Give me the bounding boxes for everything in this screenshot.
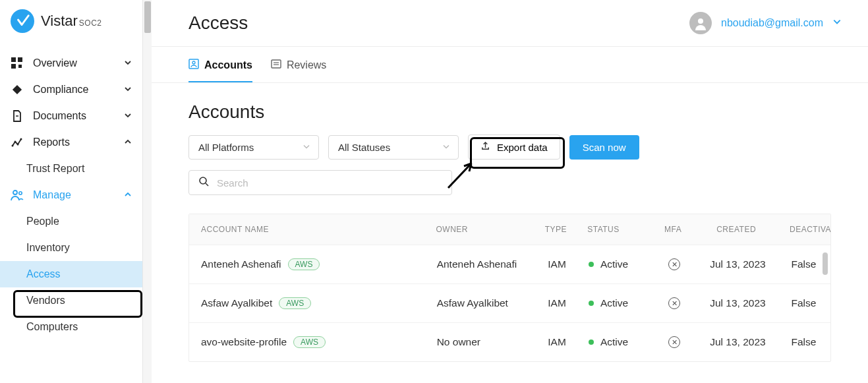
sidebar: VistarSOC2 Overview Compliance [0, 0, 142, 383]
cell-name: Anteneh AshenafiAWS [189, 258, 428, 270]
accounts-table: ACCOUNT NAME OWNER TYPE STATUS MFA CREAT… [188, 214, 831, 362]
sidebar-sub-trust-report[interactable]: Trust Report [0, 156, 142, 182]
svg-point-9 [17, 144, 19, 146]
cell-created: Jul 13, 2023 [693, 336, 782, 348]
chevron-down-icon [303, 142, 310, 153]
sidebar-sub-inventory[interactable]: Inventory [0, 235, 142, 261]
sidebar-nav: Overview Compliance Documents [0, 45, 142, 340]
brand-suffix: SOC2 [79, 18, 102, 28]
svg-rect-16 [272, 60, 281, 68]
scan-now-button[interactable]: Scan now [569, 135, 639, 160]
section-title: Accounts [188, 102, 831, 123]
sidebar-sub-access[interactable]: Access [0, 261, 142, 287]
svg-rect-2 [18, 57, 22, 62]
search-input[interactable] [217, 177, 442, 189]
avatar [689, 12, 712, 34]
table-row[interactable]: Asfaw AyalkibetAWSAsfaw AyalkibetIAMActi… [189, 283, 830, 322]
col-header-mfa[interactable]: MFA [654, 225, 692, 234]
sidebar-sub-label: Computers [26, 321, 78, 333]
sidebar-sub-vendors[interactable]: Vendors [0, 287, 142, 314]
col-header-type[interactable]: TYPE [534, 225, 579, 234]
table-scrollbar[interactable] [823, 252, 829, 359]
col-header-deactivated[interactable]: DEACTIVA [780, 225, 830, 234]
user-menu[interactable]: nboudiab@gmail.com [689, 12, 842, 34]
svg-rect-3 [11, 64, 16, 69]
brand-logo [11, 9, 34, 33]
cell-mfa: ✕ [655, 297, 693, 309]
status-filter[interactable]: All Statuses [328, 135, 459, 160]
platform-filter[interactable]: All Platforms [188, 135, 319, 160]
sidebar-item-label: Documents [33, 110, 115, 122]
sidebar-sub-label: Access [26, 268, 61, 280]
tab-accounts[interactable]: Accounts [188, 59, 252, 82]
sidebar-item-overview[interactable]: Overview [0, 50, 142, 76]
col-header-created[interactable]: CREATED [692, 225, 780, 234]
sidebar-scrollbar[interactable] [142, 0, 152, 383]
sidebar-sub-computers[interactable]: Computers [0, 314, 142, 340]
chevron-down-icon [124, 57, 132, 69]
table-row[interactable]: Anteneh AshenafiAWSAnteneh AshenafiIAMAc… [189, 245, 830, 283]
status-dot-icon [589, 262, 594, 267]
reviews-tab-icon [271, 59, 281, 72]
sidebar-item-label: Reports [33, 136, 115, 148]
brand-text: VistarSOC2 [41, 13, 102, 30]
sidebar-sub-label: People [26, 216, 59, 227]
svg-point-7 [12, 145, 14, 147]
filter-controls: All Platforms All Statuses Export data S… [188, 134, 831, 160]
brand: VistarSOC2 [0, 0, 142, 45]
cell-status: Active [579, 336, 655, 348]
col-header-name[interactable]: ACCOUNT NAME [189, 225, 427, 234]
document-icon [11, 110, 24, 122]
status-dot-icon [589, 301, 594, 306]
reports-icon [11, 136, 24, 148]
chevron-down-icon [832, 17, 842, 29]
scrollbar-thumb[interactable] [823, 252, 828, 275]
mfa-disabled-icon: ✕ [668, 258, 680, 270]
sidebar-item-label: Compliance [33, 84, 115, 96]
logo-check-icon [15, 14, 30, 28]
svg-point-8 [14, 141, 16, 143]
sidebar-item-documents[interactable]: Documents [0, 103, 142, 129]
col-header-owner[interactable]: OWNER [427, 225, 534, 234]
table-row[interactable]: avo-website-profileAWSNo ownerIAMActive✕… [189, 322, 830, 361]
accounts-section: Accounts All Platforms All Statuses Expo… [152, 83, 868, 362]
sidebar-item-label: Manage [33, 189, 115, 201]
cell-created: Jul 13, 2023 [693, 297, 782, 309]
cell-mfa: ✕ [655, 258, 693, 270]
dashboard-icon [11, 57, 24, 69]
tab-label: Accounts [204, 59, 252, 71]
brand-name: Vistar [41, 13, 78, 29]
tab-label: Reviews [287, 59, 326, 71]
sidebar-sub-label: Vendors [26, 295, 65, 307]
page-title: Access [188, 13, 248, 34]
cell-status: Active [579, 258, 655, 270]
sidebar-item-label: Overview [33, 57, 115, 69]
chevron-down-icon [124, 84, 132, 96]
sidebar-sub-people[interactable]: People [0, 208, 142, 235]
main-content: Access nboudiab@gmail.com Accounts Revie… [152, 0, 868, 383]
scrollbar-thumb[interactable] [144, 1, 151, 33]
sidebar-item-reports[interactable]: Reports [0, 129, 142, 156]
cell-mfa: ✕ [655, 336, 693, 348]
search-icon [198, 176, 209, 189]
scan-label: Scan now [583, 142, 626, 153]
chevron-down-icon [124, 110, 132, 122]
svg-point-10 [20, 138, 22, 140]
sidebar-sub-label: Inventory [26, 242, 70, 254]
svg-line-20 [206, 183, 208, 186]
export-button[interactable]: Export data [468, 134, 560, 160]
tab-reviews[interactable]: Reviews [271, 59, 326, 82]
chevron-up-icon [124, 189, 132, 201]
cell-type: IAM [535, 258, 579, 270]
people-icon [11, 189, 24, 201]
cell-owner: Asfaw Ayalkibet [428, 297, 535, 309]
col-header-status[interactable]: STATUS [578, 225, 654, 234]
cell-type: IAM [535, 297, 579, 309]
search-field[interactable] [188, 170, 452, 195]
sidebar-item-compliance[interactable]: Compliance [0, 76, 142, 103]
sidebar-sub-label: Trust Report [26, 163, 84, 175]
mfa-disabled-icon: ✕ [668, 336, 680, 348]
sidebar-item-manage[interactable]: Manage [0, 182, 142, 208]
tabs: Accounts Reviews [152, 47, 868, 83]
svg-point-15 [192, 61, 195, 64]
